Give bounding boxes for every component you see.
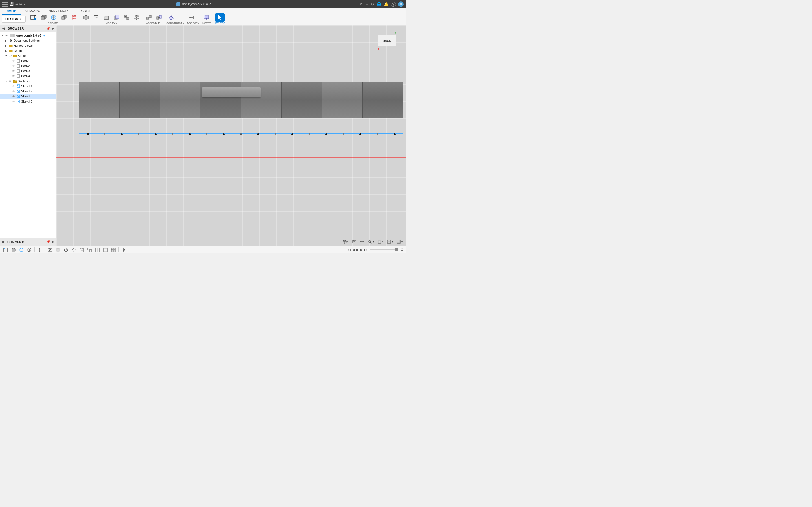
view-button-1[interactable]	[94, 246, 101, 253]
align-button[interactable]	[132, 13, 142, 22]
select-button[interactable]	[215, 13, 225, 22]
comments-pin-icon[interactable]: 📌	[47, 240, 50, 244]
eye-icon-sketch2[interactable]: 👁	[12, 90, 15, 93]
create-group-label[interactable]: CREATE ▾	[29, 22, 79, 25]
comments-expand-icon[interactable]: ▶	[52, 240, 54, 244]
insert-group-label[interactable]: INSERT ▾	[202, 22, 213, 25]
add-tab-button[interactable]: ＋	[365, 2, 369, 7]
as-built-joint-button[interactable]	[154, 13, 164, 22]
insert-button[interactable]	[202, 13, 211, 22]
eye-icon-body2[interactable]: 👁	[12, 64, 15, 68]
timeline-end-button[interactable]: ⏭	[364, 247, 368, 252]
bell-icon[interactable]: 🔔	[384, 2, 389, 6]
tree-arrow-doc-settings[interactable]: ▶	[4, 39, 8, 42]
timeline-track[interactable]	[370, 249, 398, 250]
push-pull-button[interactable]	[81, 13, 91, 22]
redo-button[interactable]: ↪	[19, 2, 22, 6]
cube-navigator[interactable]: BACK X ↑	[378, 31, 400, 54]
scale-button[interactable]	[122, 13, 132, 22]
tree-item-sketch6[interactable]: ▶ 👁 Sketch6	[0, 99, 56, 104]
sketch-mode-button[interactable]	[2, 246, 9, 253]
plane-button[interactable]	[166, 13, 176, 22]
tree-item-origin[interactable]: ▶ Origin	[0, 48, 56, 53]
save-button[interactable]: 💾	[9, 2, 14, 6]
tree-item-root[interactable]: ▼ 👁 honeycomb 2.0 v6 ●	[0, 33, 56, 38]
eye-icon-sketches[interactable]: 👁	[9, 80, 11, 83]
new-sketch-button[interactable]	[29, 13, 38, 22]
timeline-settings-button[interactable]: ⚙	[400, 247, 404, 252]
move-button[interactable]	[70, 246, 77, 253]
clipboard-button[interactable]	[79, 246, 85, 253]
help-icon[interactable]: ?	[391, 2, 396, 7]
eye-icon-body1[interactable]: 👁	[12, 59, 15, 62]
solid-mode-button[interactable]	[10, 246, 17, 253]
fillet-button[interactable]	[91, 13, 101, 22]
viewport[interactable]: BACK X ↑ ▾ ▾	[56, 25, 406, 245]
timeline-prev-button[interactable]: ◀	[352, 247, 355, 252]
comments-collapse-icon[interactable]: ▶	[2, 240, 4, 244]
browser-pin-icon[interactable]: 📌	[47, 27, 50, 31]
select-group-label[interactable]: SELECT ▾	[215, 22, 227, 25]
tree-item-doc-settings[interactable]: ▶ ⚙ Document Settings	[0, 38, 56, 43]
tab-solid[interactable]: SOLID	[2, 8, 21, 15]
tree-item-named-views[interactable]: ▶ Named Views	[0, 43, 56, 48]
eye-icon-body4[interactable]: 👁	[12, 75, 15, 78]
combine-button[interactable]	[112, 13, 121, 22]
select-filter-button[interactable]	[55, 246, 61, 253]
eye-icon-sketch5[interactable]: 👁	[12, 95, 15, 98]
timeline-start-button[interactable]: ⏮	[347, 247, 351, 252]
revolve-button[interactable]	[49, 13, 58, 22]
profile-icon[interactable]: JP	[398, 1, 404, 7]
pattern-button[interactable]	[69, 13, 79, 22]
construct-group-label[interactable]: CONSTRUCT ▾	[166, 22, 184, 25]
tree-arrow-sketches[interactable]: ▼	[4, 79, 8, 83]
globe-icon[interactable]: 🌐	[377, 2, 382, 6]
measure-button[interactable]	[186, 13, 196, 22]
viewport-origin-button[interactable]: ▾	[341, 239, 350, 244]
timeline-play-button[interactable]: ▶	[356, 247, 359, 252]
viewport-screenshot-button[interactable]	[351, 239, 357, 244]
tree-arrow-root[interactable]: ▼	[1, 34, 4, 37]
tree-item-body1[interactable]: ▶ 👁 Body1	[0, 58, 56, 63]
eye-icon-body3[interactable]: 👁	[12, 69, 15, 73]
viewport-display-button[interactable]: ▾	[376, 239, 385, 244]
pan-button[interactable]	[36, 246, 43, 253]
tree-item-sketch2[interactable]: ▶ 👁 Sketch2	[0, 89, 56, 94]
design-button[interactable]: DESIGN ▼	[2, 16, 26, 22]
joint-button[interactable]	[144, 13, 154, 22]
shell-button[interactable]	[101, 13, 111, 22]
viewport-grid-button[interactable]: ▾	[395, 239, 404, 244]
component-color-button[interactable]	[63, 246, 69, 253]
box-button[interactable]	[59, 13, 68, 22]
undo-button[interactable]: ↩	[15, 2, 18, 6]
timeline-next-button[interactable]: ▶	[360, 247, 363, 252]
eye-icon-bodies[interactable]: 👁	[9, 54, 11, 57]
tree-arrow-origin[interactable]: ▶	[4, 49, 8, 52]
eye-icon-sketch1[interactable]: 👁	[12, 85, 15, 88]
body-select-button[interactable]	[86, 246, 93, 253]
history-dropdown[interactable]: ▼	[23, 3, 26, 6]
surface-mode-button[interactable]	[18, 246, 25, 253]
close-button[interactable]: ✕	[359, 2, 363, 6]
tree-item-sketch5[interactable]: ▶ 👁 Sketch5	[0, 94, 56, 99]
modify-group-label[interactable]: MODIFY ▾	[81, 22, 142, 25]
cube-back-face[interactable]: BACK	[378, 35, 396, 47]
add-component-button[interactable]	[26, 246, 33, 253]
eye-icon-sketch6[interactable]: 👁	[12, 100, 15, 103]
tree-item-sketch1[interactable]: ▶ 👁 Sketch1	[0, 83, 56, 89]
camera-settings-button[interactable]	[47, 246, 54, 253]
viewport-pan-button[interactable]	[359, 239, 365, 244]
view-grid-button[interactable]	[110, 246, 117, 253]
app-grid[interactable]	[2, 2, 8, 7]
tree-item-body3[interactable]: ▶ 👁 Body3	[0, 68, 56, 73]
tree-arrow-bodies[interactable]: ▼	[4, 54, 8, 57]
viewport-zoom-button[interactable]: ▾	[366, 239, 375, 244]
browser-collapse-icon[interactable]: ◀	[2, 26, 5, 31]
extrude-button[interactable]	[39, 13, 48, 22]
tree-item-body2[interactable]: ▶ 👁 Body2	[0, 63, 56, 68]
tree-item-bodies[interactable]: ▼ 👁 Bodies	[0, 53, 56, 58]
browser-expand-icon[interactable]: ▶	[52, 27, 54, 31]
tree-arrow-named-views[interactable]: ▶	[4, 44, 8, 47]
eye-icon-root[interactable]: 👁	[5, 34, 8, 37]
sync-icon[interactable]: ⟳	[371, 2, 374, 6]
